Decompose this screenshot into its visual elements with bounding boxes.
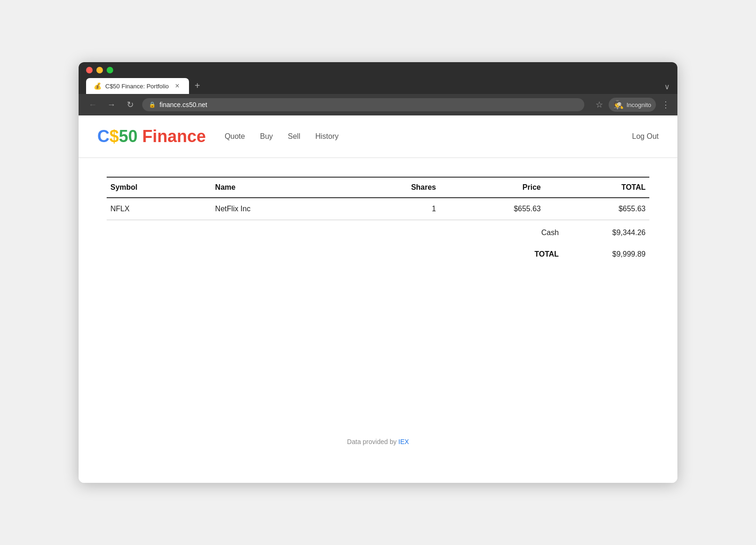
incognito-label: Incognito (626, 101, 651, 108)
col-symbol: Symbol (107, 177, 211, 198)
total-label: TOTAL (487, 244, 562, 265)
portfolio-table: Symbol Name Shares Price TOTAL NFLX NetF… (107, 177, 649, 220)
table-header-row: Symbol Name Shares Price TOTAL (107, 177, 649, 198)
cell-price: $655.63 (440, 198, 545, 220)
cell-total: $655.63 (545, 198, 649, 220)
nav-buy[interactable]: Buy (260, 132, 273, 141)
menu-button[interactable]: ⋮ (662, 100, 670, 110)
footer: Data provided by IEX (107, 419, 649, 464)
address-bar[interactable]: 🔒 finance.cs50.net (142, 98, 584, 111)
incognito-icon: 🕵️ (613, 100, 624, 110)
lock-icon: 🔒 (149, 101, 156, 108)
table-row: NFLX NetFlix Inc 1 $655.63 $655.63 (107, 198, 649, 220)
logo-dollar: $ (109, 127, 119, 146)
col-price: Price (440, 177, 545, 198)
bookmark-button[interactable]: ☆ (596, 100, 603, 110)
traffic-light-close[interactable] (86, 67, 93, 73)
logout-button[interactable]: Log Out (632, 132, 659, 141)
incognito-badge: 🕵️ Incognito (609, 98, 656, 112)
cash-row: Cash $9,344.26 (107, 222, 649, 244)
forward-button[interactable]: → (105, 98, 118, 111)
total-row: TOTAL $9,999.89 (107, 244, 649, 265)
browser-tab[interactable]: 💰 C$50 Finance: Portfolio × (86, 78, 189, 94)
portfolio-area: Symbol Name Shares Price TOTAL NFLX NetF… (79, 158, 677, 483)
reload-button[interactable]: ↻ (124, 98, 137, 111)
new-tab-button[interactable]: + (190, 79, 205, 93)
site-logo: C$50 Finance (97, 127, 206, 146)
tab-close-button[interactable]: × (173, 82, 182, 90)
total-value: $9,999.89 (562, 244, 649, 265)
traffic-light-minimize[interactable] (96, 67, 103, 73)
site-nav: Quote Buy Sell History (225, 132, 632, 141)
tab-title: C$50 Finance: Portfolio (105, 83, 169, 90)
summary-table: Cash $9,344.26 TOTAL $9,999.89 (107, 222, 649, 265)
col-total: TOTAL (545, 177, 649, 198)
tab-favicon-icon: 💰 (94, 82, 102, 90)
nav-quote[interactable]: Quote (225, 132, 245, 141)
tab-expand-icon: ∨ (664, 82, 670, 91)
traffic-light-maximize[interactable] (107, 67, 113, 73)
logo-50: 50 (119, 127, 138, 146)
logo-c: C (97, 127, 109, 146)
col-shares: Shares (342, 177, 440, 198)
col-name: Name (211, 177, 342, 198)
url-display: finance.cs50.net (160, 101, 207, 108)
nav-sell[interactable]: Sell (288, 132, 300, 141)
cell-name: NetFlix Inc (211, 198, 342, 220)
cash-label: Cash (487, 222, 562, 244)
iex-link[interactable]: IEX (399, 438, 409, 445)
logo-finance: Finance (138, 127, 206, 146)
cash-value: $9,344.26 (562, 222, 649, 244)
back-button[interactable]: ← (86, 98, 99, 111)
footer-text: Data provided by (347, 438, 399, 445)
cell-shares: 1 (342, 198, 440, 220)
cell-symbol: NFLX (107, 198, 211, 220)
site-header: C$50 Finance Quote Buy Sell History Log … (79, 115, 677, 158)
nav-history[interactable]: History (315, 132, 339, 141)
